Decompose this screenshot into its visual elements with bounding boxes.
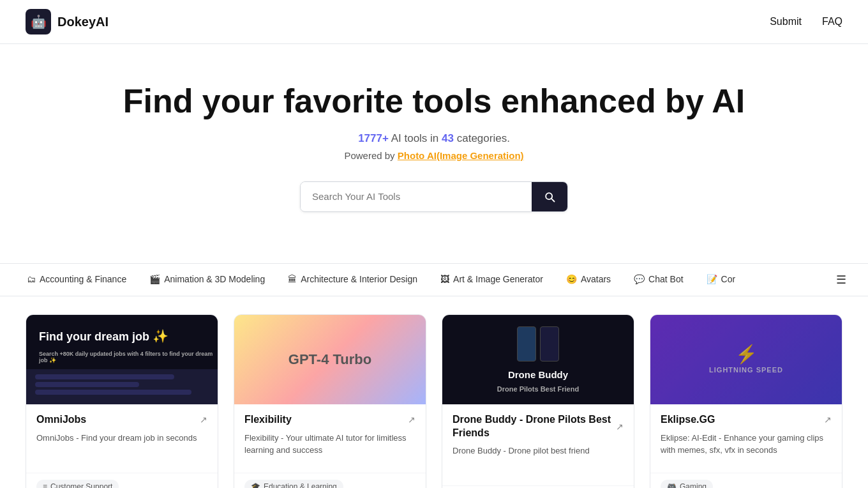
- tag-label: Gaming: [680, 482, 707, 488]
- card-title: OmniJobs: [36, 413, 86, 427]
- omni-subtext: Search +80K daily updated jobs with 4 fi…: [39, 351, 218, 363]
- category-code[interactable]: 📝 Cor: [695, 265, 747, 294]
- cards-grid: Find your dream job ✨ Search +80K daily …: [26, 314, 842, 488]
- card-body-drone: Drone Buddy - Drone Pilots Best Friends …: [442, 404, 634, 486]
- card-title-row: Drone Buddy - Drone Pilots Best Friends …: [453, 413, 624, 440]
- subtitle-end: categories.: [457, 132, 510, 144]
- external-link-icon[interactable]: ↗: [408, 415, 415, 425]
- avatars-icon: 😊: [566, 274, 577, 284]
- code-icon: 📝: [707, 274, 717, 284]
- card-tag: ≡ Customer Support: [36, 480, 119, 488]
- card-omnijobs[interactable]: Find your dream job ✨ Search +80K daily …: [26, 314, 218, 488]
- card-description: Flexibility - Your ultimate AI tutor for…: [244, 432, 415, 457]
- card-footer-omnijobs: ≡ Customer Support: [26, 473, 218, 488]
- search-button[interactable]: [532, 182, 567, 211]
- drone-phone-1: [517, 326, 536, 362]
- drone-subtext: Drone Pilots Best Friend: [497, 385, 579, 393]
- card-image-drone: Drone Buddy Drone Pilots Best Friend: [442, 315, 634, 404]
- tag-icon: ≡: [43, 482, 47, 488]
- powered-link[interactable]: Photo AI(Image Generation): [398, 150, 524, 161]
- nav: Submit FAQ: [770, 16, 842, 27]
- card-title: Eklipse.GG: [661, 413, 715, 427]
- card-drone-buddy[interactable]: Drone Buddy Drone Pilots Best Friend Dro…: [442, 314, 634, 488]
- hero-subtitle: 1777+ AI tools in 43 categories.: [26, 132, 842, 145]
- external-link-icon[interactable]: ↗: [200, 415, 207, 425]
- category-label: Chat Bot: [648, 274, 683, 284]
- logo-icon: 🤖: [26, 9, 51, 34]
- card-eklipse[interactable]: ⚡ LIGHTNING SPEED Eklipse.GG ↗ Eklipse: …: [650, 314, 842, 488]
- category-animation[interactable]: 🎬 Animation & 3D Modeling: [138, 265, 276, 294]
- logo[interactable]: 🤖 DokeyAI: [26, 9, 108, 34]
- drone-phone-2: [540, 326, 559, 362]
- omni-headline: Find your dream job ✨: [39, 328, 168, 344]
- category-more-button[interactable]: ☰: [830, 264, 853, 296]
- category-avatars[interactable]: 😊 Avatars: [555, 265, 622, 294]
- card-image-flexibility: GPT-4 Turbo: [234, 315, 426, 404]
- category-chatbot[interactable]: 💬 Chat Bot: [622, 265, 694, 294]
- card-title-row: Flexibility ↗: [244, 413, 415, 427]
- tools-count: 1777+: [358, 132, 389, 144]
- omni-ui: [26, 369, 218, 404]
- card-image-eklipse: ⚡ LIGHTNING SPEED: [650, 315, 842, 404]
- architecture-icon: 🏛: [288, 274, 297, 284]
- accounting-icon: 🗂: [27, 274, 36, 284]
- card-body-flexibility: Flexibility ↗ Flexibility - Your ultimat…: [234, 404, 426, 473]
- hero-section: Find your favorite tools enhanced by AI …: [0, 44, 868, 263]
- category-label: Art & Image Generator: [453, 274, 543, 284]
- faq-link[interactable]: FAQ: [822, 16, 842, 27]
- category-label: Animation & 3D Modeling: [164, 274, 265, 284]
- flex-headline: GPT-4 Turbo: [288, 351, 371, 368]
- card-flexibility[interactable]: GPT-4 Turbo Flexibility ↗ Flexibility - …: [234, 314, 426, 488]
- art-icon: 🖼: [440, 274, 449, 284]
- card-title: Drone Buddy - Drone Pilots Best Friends: [453, 413, 616, 440]
- external-link-icon[interactable]: ↗: [616, 422, 624, 432]
- card-description: Eklipse: AI-Edit - Enhance your gaming c…: [661, 432, 832, 457]
- drone-phones: [517, 326, 559, 362]
- subtitle-text: AI tools in: [391, 132, 442, 144]
- category-label: Cor: [721, 274, 736, 284]
- card-footer-eklipse: 🎮 Gaming: [650, 473, 842, 488]
- tag-label: Customer Support: [50, 482, 112, 488]
- card-footer-flexibility: 🎓 Education & Learning: [234, 473, 426, 488]
- chatbot-icon: 💬: [634, 274, 645, 284]
- tag-icon: 🎓: [251, 482, 260, 488]
- category-label: Accounting & Finance: [40, 274, 126, 284]
- search-box: [300, 181, 568, 212]
- animation-icon: 🎬: [149, 274, 160, 284]
- card-title: Flexibility: [244, 413, 292, 427]
- powered-by: Powered by Photo AI(Image Generation): [26, 150, 842, 161]
- category-nav: 🗂 Accounting & Finance 🎬 Animation & 3D …: [0, 263, 868, 296]
- card-description: OmniJobs - Find your dream job in second…: [36, 432, 207, 457]
- categories-count: 43: [442, 132, 454, 144]
- external-link-icon[interactable]: ↗: [824, 415, 832, 425]
- card-title-row: Eklipse.GG ↗: [661, 413, 832, 427]
- card-tag: 🎮 Gaming: [661, 480, 713, 488]
- drone-headline: Drone Buddy: [508, 369, 568, 380]
- search-icon: [543, 190, 556, 203]
- submit-link[interactable]: Submit: [770, 16, 802, 27]
- category-accounting[interactable]: 🗂 Accounting & Finance: [15, 265, 138, 294]
- category-label: Architecture & Interior Design: [301, 274, 417, 284]
- search-input[interactable]: [301, 182, 532, 211]
- header: 🤖 DokeyAI Submit FAQ: [0, 0, 868, 44]
- search-container: [26, 181, 842, 212]
- card-footer-drone: 🎮 Gaming: [442, 485, 634, 488]
- category-art[interactable]: 🖼 Art & Image Generator: [429, 265, 555, 294]
- card-body-eklipse: Eklipse.GG ↗ Eklipse: AI-Edit - Enhance …: [650, 404, 842, 473]
- card-image-omnijobs: Find your dream job ✨ Search +80K daily …: [26, 315, 218, 404]
- card-tag: 🎓 Education & Learning: [244, 480, 343, 488]
- hero-title: Find your favorite tools enhanced by AI: [26, 82, 842, 121]
- eklipse-overlay: [650, 315, 842, 404]
- tag-label: Education & Learning: [264, 482, 337, 488]
- category-architecture[interactable]: 🏛 Architecture & Interior Design: [276, 265, 429, 294]
- card-body-omnijobs: OmniJobs ↗ OmniJobs - Find your dream jo…: [26, 404, 218, 473]
- tag-icon: 🎮: [667, 482, 677, 488]
- logo-text: DokeyAI: [57, 15, 108, 29]
- card-description: Drone Buddy - Drone pilot best friend: [453, 445, 624, 470]
- cards-section: Find your dream job ✨ Search +80K daily …: [0, 296, 868, 488]
- card-title-row: OmniJobs ↗: [36, 413, 207, 427]
- category-label: Avatars: [581, 274, 611, 284]
